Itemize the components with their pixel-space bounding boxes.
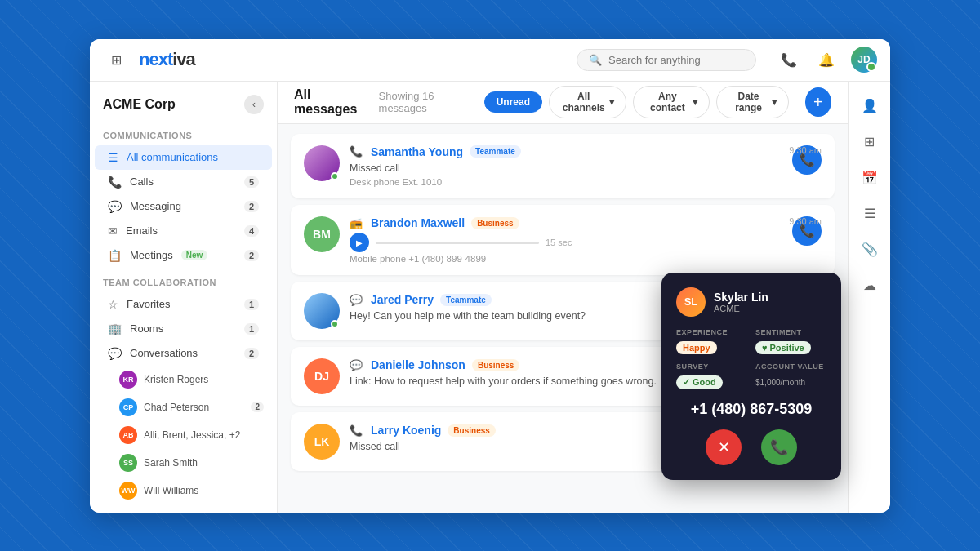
sub-item-label: Chad Peterson [144,402,209,413]
popup-company: ACME [714,304,768,313]
messaging-icon: 💬 [108,200,122,213]
chat-icon: 💬 [350,359,363,371]
sidebar-item-label: Messaging [130,200,181,212]
sub-badge: 2 [251,402,264,412]
communications-section-label: Communications [90,121,277,145]
msg-time: 9:30 am [789,216,822,226]
message-card[interactable]: BM 📻 Brandon Maxwell Business ▶ [291,205,835,275]
popup-name: Skylar Lin [714,291,768,304]
popup-user: SL Skylar Lin ACME [676,287,826,317]
sub-item-label: Alli, Brent, Jessica, +2 [144,429,240,441]
phone-icon-btn[interactable]: 📞 [776,47,802,73]
sub-avatar: SS [119,454,137,472]
msg-subtext: Desk phone Ext. 1010 [350,177,782,187]
popup-user-info: Skylar Lin ACME [714,291,768,313]
msg-time: 9:30 am [789,145,822,155]
showing-count: Showing 16 messages [379,90,474,114]
msg-avatar: BM [304,216,340,252]
sidebar-item-conversations[interactable]: 💬 Conversations 2 [95,341,272,366]
all-comms-icon: ☰ [108,151,118,164]
msg-text: Missed call [350,162,782,176]
bell-icon-btn[interactable]: 🔔 [813,47,840,73]
header-filters: Unread All channels ▾ Any contact ▾ Date… [484,86,789,118]
new-message-btn[interactable]: + [805,87,831,117]
sub-avatar: AB [119,426,137,444]
experience-field: EXPERIENCE Happy [676,328,747,354]
message-card[interactable]: 📞 Samantha Young Teammate Missed call De… [291,134,835,199]
sub-item-will[interactable]: WW Will Williams [90,477,277,504]
conversations-icon: 💬 [108,347,122,360]
all-channels-filter-btn[interactable]: All channels ▾ [549,86,626,118]
account-value: $1,000/month [755,376,805,388]
date-range-filter-btn[interactable]: Date range ▾ [716,86,788,118]
person-icon-btn[interactable]: 👤 [855,91,884,121]
conversations-badge: 2 [244,348,259,359]
sidebar-item-favorites[interactable]: ☆ Favorites 1 [95,292,272,317]
logo: nextiva [139,49,195,70]
list-icon-btn[interactable]: ☰ [855,199,884,229]
sidebar-item-label: Meetings [130,249,173,261]
msg-body: 📞 Samantha Young Teammate Missed call De… [350,145,782,188]
paperclip-icon-btn[interactable]: 📎 [855,235,884,264]
grid-icon-btn[interactable]: ⊞ [855,127,884,157]
meetings-badge: 2 [244,250,259,261]
sub-avatar: KR [119,371,137,389]
caller-popup-card: SL Skylar Lin ACME EXPERIENCE Happy SENT… [662,273,841,480]
logo-text: nextiva [139,49,195,70]
content-title: All messages [294,87,369,117]
chevron-down-icon: ▾ [693,96,697,108]
sidebar-item-label: Rooms [130,322,163,335]
msg-avatar: DJ [304,358,340,394]
msg-tag: Business [471,217,519,229]
msg-avatar [304,145,340,181]
popup-phone: +1 (480) 867-5309 [676,401,826,418]
heart-icon: ♥ [762,343,768,353]
accept-call-btn[interactable]: 📞 [761,429,797,465]
user-avatar-nav[interactable]: JD [851,47,877,73]
sidebar-item-calls[interactable]: 📞 Calls 5 [95,170,272,194]
sub-item-label: Will Williams [144,485,198,496]
sidebar-item-emails[interactable]: ✉ Emails 4 [95,219,272,243]
play-btn[interactable]: ▶ [350,233,369,252]
search-input[interactable] [608,54,744,66]
sidebar-header: ACME Corp ‹ [90,82,277,121]
msg-top: 📞 Samantha Young Teammate [350,145,782,158]
popup-actions: ✕ 📞 [676,429,826,465]
content-header: All messages Showing 16 messages Unread … [278,82,848,124]
call-icon: 📞 [350,145,363,158]
sidebar-item-messaging[interactable]: 💬 Messaging 2 [95,194,272,219]
sub-item-label: Sarah Smith [144,457,198,469]
sidebar-item-label: All communications [127,151,218,163]
sub-item-chad[interactable]: CP Chad Peterson 2 [90,393,277,421]
sidebar-item-rooms[interactable]: 🏢 Rooms 1 [95,317,272,341]
collapse-btn[interactable]: ‹ [244,95,264,114]
msg-tag: Teammate [470,145,521,158]
search-bar[interactable]: 🔍 [577,49,756,71]
sub-item-kristen[interactable]: KR Kristen Rogers [90,366,277,393]
sentiment-field: SENTIMENT ♥ Positive [755,328,826,354]
online-dot [331,172,339,180]
msg-name: Samantha Young [371,145,463,158]
msg-tag: Teammate [440,294,492,306]
progress-bar[interactable] [376,242,539,244]
calendar-icon-btn[interactable]: 📅 [855,163,884,193]
msg-name: Jared Perry [371,293,434,306]
sub-item-alli[interactable]: AB Alli, Brent, Jessica, +2 [90,421,277,449]
cloud-icon-btn[interactable]: ☁ [855,271,884,300]
sidebar-item-label: Calls [130,176,154,188]
chevron-down-icon: ▾ [609,96,614,108]
favorites-icon: ☆ [108,298,118,311]
chevron-down-icon: ▾ [772,96,777,108]
decline-call-btn[interactable]: ✕ [706,429,742,465]
sub-item-sarah[interactable]: SS Sarah Smith [90,449,277,477]
voicemail-player: ▶ 15 sec [350,233,782,252]
grid-menu-icon[interactable]: ⊞ [103,47,129,73]
sidebar-item-all-comms[interactable]: ☰ All communications [95,145,272,170]
messaging-badge: 2 [244,201,259,212]
msg-tag: Business [448,424,495,437]
any-contact-filter-btn[interactable]: Any contact ▾ [633,86,710,118]
sidebar-item-meetings[interactable]: 📋 Meetings New 2 [95,243,272,268]
msg-name: Larry Koenig [371,424,441,437]
unread-filter-btn[interactable]: Unread [484,91,542,113]
call-icon: 📞 [350,424,363,437]
